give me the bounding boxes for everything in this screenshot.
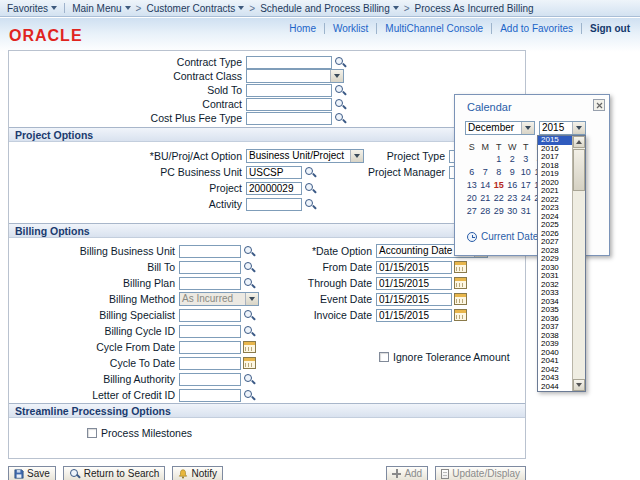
- day-header: S: [465, 142, 479, 152]
- calendar-day[interactable]: 20: [465, 193, 479, 206]
- calendar-day[interactable]: 16: [506, 180, 520, 193]
- breadcrumb-item-customer-contracts[interactable]: Customer Contracts: [146, 3, 244, 14]
- calendar-day[interactable]: 14: [479, 180, 493, 193]
- sold-to-input[interactable]: [246, 84, 332, 97]
- dropdown-arrow-icon: [521, 122, 534, 134]
- calendar-prompt-icon[interactable]: [454, 261, 467, 273]
- add-label: Add: [404, 468, 422, 479]
- notify-button[interactable]: Notify: [172, 466, 223, 480]
- cost-plus-fee-type-input[interactable]: [246, 112, 332, 125]
- calendar-day[interactable]: 22: [492, 193, 506, 206]
- activity-lookup-icon[interactable]: [304, 198, 316, 210]
- field-row: Activity: [9, 196, 364, 212]
- sign-out-link[interactable]: Sign out: [582, 23, 632, 34]
- calendar-day[interactable]: 28: [479, 206, 493, 219]
- add-button[interactable]: Add: [386, 466, 428, 480]
- calendar-day[interactable]: 8: [492, 167, 506, 180]
- field-row: Billing Business Unit: [9, 243, 259, 259]
- calendar-day[interactable]: 29: [492, 206, 506, 219]
- save-button[interactable]: Save: [8, 466, 56, 480]
- calendar-prompt-icon[interactable]: [454, 293, 467, 305]
- process-milestones-checkbox[interactable]: [87, 428, 97, 438]
- calendar-day[interactable]: 3: [519, 154, 533, 167]
- invoice-date-input[interactable]: [376, 309, 452, 322]
- billing-business-unit-label: Billing Business Unit: [9, 245, 179, 257]
- calendar-day[interactable]: 7: [479, 167, 493, 180]
- sold-to-lookup-icon[interactable]: [334, 84, 346, 96]
- calendar-day[interactable]: 30: [506, 206, 520, 219]
- year-list-scrollbar[interactable]: [572, 136, 585, 391]
- contract-input[interactable]: [246, 98, 332, 111]
- calendar-day[interactable]: 9: [506, 167, 520, 180]
- calendar-day[interactable]: 10: [519, 167, 533, 180]
- project-input[interactable]: [246, 182, 302, 195]
- field-row: Sold To: [9, 83, 525, 97]
- return-to-search-button[interactable]: Return to Search: [63, 466, 166, 480]
- day-header: M: [479, 142, 493, 152]
- breadcrumb-item-label: Schedule and Process Billing: [260, 3, 390, 14]
- from-date-input[interactable]: [376, 261, 452, 274]
- calendar-day[interactable]: 27: [465, 206, 479, 219]
- bu-proj-act-option-label: *BU/Proj/Act Option: [9, 150, 246, 162]
- billing-business-unit-input[interactable]: [179, 245, 241, 258]
- calendar-popup: Calendar December 2015 SMTWTFS 123456789…: [454, 94, 610, 256]
- header-link-home[interactable]: Home: [281, 23, 325, 34]
- month-select[interactable]: December: [465, 121, 535, 135]
- calendar-prompt-icon[interactable]: [454, 277, 467, 289]
- billing-plan-input[interactable]: [179, 277, 241, 290]
- pc-business-unit-input[interactable]: [246, 166, 302, 179]
- contract-type-lookup-icon[interactable]: [334, 56, 346, 68]
- calendar-day[interactable]: 15: [492, 180, 506, 193]
- cycle-from-date-input[interactable]: [179, 341, 241, 354]
- billing-specialist-input[interactable]: [179, 309, 241, 322]
- header-link-add-to-favorites[interactable]: Add to Favorites: [492, 23, 582, 34]
- cost-plus-fee-type-lookup-icon[interactable]: [334, 112, 346, 124]
- contract-class-select[interactable]: [246, 69, 344, 83]
- billing-cycle-id-input[interactable]: [179, 325, 241, 338]
- header-link-multichannel-console[interactable]: MultiChannel Console: [377, 23, 492, 34]
- calendar-day[interactable]: 2: [506, 154, 520, 167]
- pc-business-unit-lookup-icon[interactable]: [304, 166, 316, 178]
- billing-authority-lookup-icon[interactable]: [243, 373, 255, 385]
- current-date-link[interactable]: Current Date: [467, 231, 538, 242]
- billing-authority-input[interactable]: [179, 373, 241, 386]
- project-lookup-icon[interactable]: [304, 182, 316, 194]
- close-icon[interactable]: [593, 99, 605, 111]
- calendar-day[interactable]: [465, 154, 479, 167]
- through-date-input[interactable]: [376, 277, 452, 290]
- bill-to-input[interactable]: [179, 261, 241, 274]
- calendar-day[interactable]: 17: [519, 180, 533, 193]
- calendar-prompt-icon[interactable]: [454, 309, 467, 321]
- calendar-day[interactable]: 13: [465, 180, 479, 193]
- contract-class-value: [247, 70, 330, 82]
- header-link-worklist[interactable]: Worklist: [325, 23, 377, 34]
- calendar-day[interactable]: 1: [492, 154, 506, 167]
- letter-of-credit-id-lookup-icon[interactable]: [243, 389, 255, 401]
- breadcrumb-favorites[interactable]: Favorites: [7, 3, 57, 14]
- contract-type-input[interactable]: [246, 56, 332, 69]
- contract-lookup-icon[interactable]: [334, 98, 346, 110]
- year-option[interactable]: 2044: [538, 383, 572, 392]
- breadcrumb-item-schedule-process-billing[interactable]: Schedule and Process Billing: [260, 3, 399, 14]
- event-date-input[interactable]: [376, 293, 452, 306]
- calendar-day[interactable]: [479, 154, 493, 167]
- year-select[interactable]: 2015: [539, 121, 586, 135]
- field-row: Ignore Tolerance Amount: [241, 349, 510, 365]
- billing-method-label: Billing Method: [9, 293, 179, 305]
- breadcrumb-item-process-as-incurred-billing[interactable]: Process As Incurred Billing: [415, 3, 534, 14]
- ignore-tolerance-checkbox[interactable]: [379, 352, 389, 362]
- scroll-up-icon[interactable]: [573, 136, 585, 148]
- update-display-button[interactable]: Update/Display: [435, 466, 526, 480]
- calendar-day[interactable]: 6: [465, 167, 479, 180]
- calendar-day[interactable]: 23: [506, 193, 520, 206]
- calendar-day[interactable]: 31: [519, 206, 533, 219]
- calendar-day[interactable]: 24: [519, 193, 533, 206]
- activity-input[interactable]: [246, 198, 302, 211]
- cycle-to-date-input[interactable]: [179, 357, 241, 370]
- breadcrumb-main-menu[interactable]: Main Menu: [72, 3, 130, 14]
- scroll-down-icon[interactable]: [573, 379, 585, 391]
- contract-class-label: Contract Class: [9, 70, 246, 82]
- letter-of-credit-id-input[interactable]: [179, 389, 241, 402]
- calendar-day[interactable]: 21: [479, 193, 493, 206]
- scroll-thumb[interactable]: [573, 149, 585, 191]
